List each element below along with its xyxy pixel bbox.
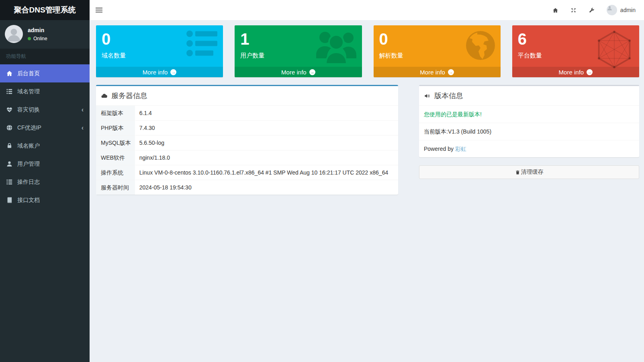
stat-label: 平台数量 (518, 52, 635, 60)
heartbeat-icon (6, 106, 13, 113)
panel-title: 版本信息 (434, 91, 463, 101)
sidebar-item-label: 域名账户 (17, 142, 40, 150)
arrow-circle-right-icon: → (448, 69, 454, 75)
user-status-label: Online (33, 36, 47, 41)
chevron-left-icon: ‹ (82, 107, 84, 113)
table-row: WEB软件nginx/1.18.0 (96, 150, 398, 165)
stat-value: 6 (518, 31, 635, 47)
more-info-link[interactable]: More info → (235, 67, 362, 77)
stat-value: 1 (240, 31, 358, 47)
sidebar-item-label: 用户管理 (17, 160, 40, 168)
stat-value: 0 (379, 31, 497, 47)
arrow-circle-right-icon: → (587, 69, 593, 75)
table-row: 服务器时间2024-05-18 19:54:30 (96, 180, 398, 195)
online-dot-icon (28, 37, 31, 40)
version-latest-message: 您使用的已是最新版本! (419, 106, 639, 123)
more-info-link[interactable]: More info → (96, 67, 223, 77)
th-list-icon (6, 88, 13, 95)
panels-row: 服务器信息 框架版本6.1.4 PHP版本7.4.30 MySQL版本5.6.5… (96, 85, 639, 195)
stat-label: 域名数量 (102, 52, 219, 60)
volume-icon (424, 93, 431, 99)
stat-label: 用户数量 (240, 52, 358, 60)
sidebar-item-dashboard[interactable]: 后台首页 (0, 64, 90, 82)
navbar-user-menu[interactable]: admin (601, 0, 642, 20)
server-info-panel: 服务器信息 框架版本6.1.4 PHP版本7.4.30 MySQL版本5.6.5… (96, 85, 398, 195)
sidebar-menu: 后台首页 域名管理 容灾切换 ‹ CF优选IP ‹ 域名账户 (0, 64, 90, 209)
wrench-icon (589, 7, 595, 13)
fullscreen-icon (570, 7, 577, 13)
server-info-table: 框架版本6.1.4 PHP版本7.4.30 MySQL版本5.6.50-log … (96, 106, 398, 195)
sidebar-item-label: 容灾切换 (17, 106, 40, 113)
app-window: 聚合DNS管理系统 admin Online 功能导航 后台首页 域名管理 (0, 0, 644, 362)
navbar-right: admin (546, 0, 642, 20)
sidebar-item-label: 操作日志 (17, 179, 40, 186)
app-title[interactable]: 聚合DNS管理系统 (0, 0, 90, 20)
fullscreen-button[interactable] (564, 0, 583, 20)
home-icon (6, 70, 13, 77)
sidebar-section-label: 功能导航 (0, 49, 90, 64)
sidebar-toggle-button[interactable] (90, 0, 108, 20)
version-info-panel: 版本信息 您使用的已是最新版本! 当前版本:V1.3 (Build 1005) … (419, 85, 639, 157)
user-status[interactable]: Online (28, 36, 47, 41)
chevron-left-icon: ‹ (82, 125, 84, 131)
more-info-link[interactable]: More info → (374, 67, 501, 77)
top-navbar: admin (90, 0, 644, 20)
sidebar-user-panel: admin Online (0, 20, 90, 49)
powered-by-link[interactable]: 彩虹 (455, 146, 466, 152)
stat-box-users: 1 用户数量 More info → (235, 25, 362, 77)
table-row: MySQL版本5.6.50-log (96, 136, 398, 150)
more-info-link[interactable]: More info → (512, 67, 639, 77)
lock-icon (6, 142, 13, 149)
globe-icon (6, 124, 13, 131)
book-icon (6, 197, 13, 204)
user-name: admin (28, 27, 47, 33)
list-icon (6, 179, 13, 185)
table-row: 框架版本6.1.4 (96, 106, 398, 121)
stat-box-platforms: 6 平台数量 More info → (512, 25, 639, 77)
avatar (607, 5, 617, 15)
sidebar-item-api-docs[interactable]: 接口文档 (0, 191, 90, 209)
sidebar-item-failover[interactable]: 容灾切换 ‹ (0, 101, 90, 119)
sidebar-item-domains[interactable]: 域名管理 (0, 82, 90, 101)
version-current: 当前版本:V1.3 (Build 1005) (419, 123, 639, 140)
stat-box-domains: 0 域名数量 More info → (96, 25, 223, 77)
sidebar-item-label: CF优选IP (17, 124, 41, 132)
stat-label: 解析数量 (379, 52, 497, 60)
stat-value: 0 (102, 31, 219, 47)
sidebar: 聚合DNS管理系统 admin Online 功能导航 后台首页 域名管理 (0, 0, 90, 362)
sidebar-item-cf-ip[interactable]: CF优选IP ‹ (0, 119, 90, 137)
sidebar-item-label: 接口文档 (17, 197, 40, 204)
settings-button[interactable] (583, 0, 601, 20)
navbar-user-name: admin (620, 7, 636, 13)
table-row: 操作系统Linux VM-0-8-centos 3.10.0-1160.76.1… (96, 165, 398, 180)
trash-icon (515, 170, 520, 175)
sidebar-item-logs[interactable]: 操作日志 (0, 173, 90, 191)
sidebar-item-label: 域名管理 (17, 88, 40, 95)
server-info-header: 服务器信息 (96, 86, 398, 106)
avatar (5, 25, 23, 43)
user-icon (6, 160, 13, 167)
clear-cache-button[interactable]: 清理缓存 (419, 165, 639, 179)
cloud-icon (101, 93, 108, 99)
main-content: 0 域名数量 More info → 1 用户数量 (90, 20, 644, 362)
stat-box-records: 0 解析数量 More info → (374, 25, 501, 77)
home-icon (552, 7, 558, 13)
panel-title: 服务器信息 (111, 91, 147, 101)
right-column: 版本信息 您使用的已是最新版本! 当前版本:V1.3 (Build 1005) … (419, 85, 639, 179)
sidebar-item-label: 后台首页 (17, 70, 40, 77)
table-row: PHP版本7.4.30 (96, 121, 398, 136)
arrow-circle-right-icon: → (309, 69, 315, 75)
arrow-circle-right-icon: → (170, 69, 176, 75)
stats-row: 0 域名数量 More info → 1 用户数量 (96, 25, 639, 77)
sidebar-item-domain-accounts[interactable]: 域名账户 (0, 137, 90, 155)
home-button[interactable] (546, 0, 564, 20)
sidebar-item-users[interactable]: 用户管理 (0, 155, 90, 173)
powered-by: Powered by 彩虹 (419, 140, 639, 157)
version-info-header: 版本信息 (419, 86, 639, 106)
